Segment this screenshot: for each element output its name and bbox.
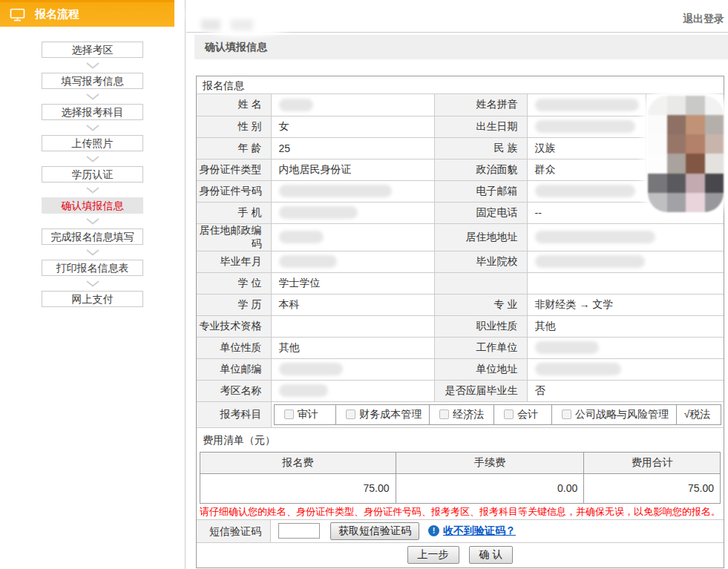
field-value	[527, 223, 724, 251]
fee-section-title: 费用清单（元）	[197, 428, 724, 452]
field-label: 姓名拼音	[434, 94, 527, 116]
redacted-value	[535, 341, 599, 354]
field-value	[271, 358, 434, 380]
field-value: 否	[527, 380, 724, 401]
form-actions: 上一步 确 认	[197, 543, 724, 564]
subjects-label: 报考科目	[197, 401, 271, 427]
info-row: 身份证件类型内地居民身份证政治面貌群众	[197, 159, 724, 180]
sidebar-step-5: 学历认证	[42, 166, 143, 182]
applicant-photo-mosaic	[648, 96, 724, 212]
field-value	[271, 251, 434, 272]
sidebar-step-8: 打印报名信息表	[42, 260, 143, 276]
field-value: 汉族	[527, 137, 646, 159]
sms-row: 短信验证码 获取短信验证码 ! 收不到验证码？	[197, 520, 724, 543]
field-value: 25	[271, 137, 434, 159]
checkbox-icon	[504, 410, 514, 419]
app-window: 报名流程 选择考区填写报考信息选择报考科目上传照片学历认证确认填报信息完成报名信…	[0, 0, 728, 569]
field-label: 专 业	[434, 294, 527, 315]
field-value: 学士学位	[271, 272, 434, 294]
redacted-site-logo	[186, 0, 304, 37]
info-row: 考区名称是否应届毕业生否	[197, 380, 724, 401]
info-row: 姓 名姓名拼音	[197, 94, 724, 116]
field-label: 居住地地址	[434, 223, 527, 251]
get-sms-code-button[interactable]: 获取短信验证码	[330, 522, 419, 540]
field-value	[271, 94, 434, 116]
redacted-value	[535, 185, 635, 197]
chevron-down-icon	[86, 182, 99, 197]
main-content: 退出登录 确认填报信息 报名信息 姓 名姓名拼音性 别女出生日期年 龄25民 族…	[186, 0, 728, 569]
redacted-value	[279, 384, 328, 397]
field-value: 群众	[527, 159, 646, 180]
fee-column-header: 手续费	[396, 452, 584, 473]
info-icon: !	[428, 525, 439, 536]
sidebar: 报名流程 选择考区填写报考信息选择报考科目上传照片学历认证确认填报信息完成报名信…	[0, 0, 186, 569]
field-value	[527, 94, 646, 116]
logout-link[interactable]: 退出登录	[683, 13, 724, 26]
fee-column-header: 报名费	[200, 452, 396, 473]
field-label: 身份证件号码	[197, 180, 271, 202]
topbar: 退出登录	[186, 0, 728, 33]
field-value	[271, 315, 434, 337]
field-value	[527, 116, 646, 137]
previous-step-button[interactable]: 上一步	[407, 546, 459, 564]
field-label: 单位邮编	[197, 358, 271, 380]
redacted-value	[279, 185, 392, 197]
sidebar-steps: 选择考区填写报考信息选择报考科目上传照片学历认证确认填报信息完成报名信息填写打印…	[0, 27, 185, 307]
sidebar-step-9: 网上支付	[42, 291, 143, 307]
field-value: 非财经类 → 文学	[527, 294, 724, 315]
field-value	[527, 251, 724, 272]
redacted-value	[535, 231, 655, 243]
field-value	[271, 202, 434, 223]
sms-help-link[interactable]: 收不到验证码？	[443, 524, 516, 538]
chevron-down-icon	[86, 214, 99, 228]
field-label	[434, 272, 527, 294]
fee-header-row: 报名费手续费费用合计	[200, 452, 721, 473]
info-table-body: 姓 名姓名拼音性 别女出生日期年 龄25民 族汉族身份证件类型内地居民身份证政治…	[197, 94, 724, 427]
info-row: 居住地邮政编码居住地地址	[197, 223, 724, 251]
sidebar-title: 报名流程	[35, 7, 79, 22]
field-label: 民 族	[434, 137, 527, 159]
field-value	[271, 223, 434, 251]
field-label: 职业性质	[434, 315, 527, 337]
page-title: 确认填报信息	[194, 35, 728, 59]
redacted-value	[279, 363, 343, 375]
subject-2: 财务成本管理	[335, 405, 429, 424]
field-value: 女	[271, 116, 434, 137]
subjects-cells: 审计财务成本管理经济法会计公司战略与风险管理√税法	[271, 401, 724, 427]
sms-code-input[interactable]	[278, 523, 320, 539]
checkbox-icon	[562, 410, 571, 419]
monitor-icon	[10, 8, 25, 22]
field-label: 姓 名	[197, 94, 271, 116]
fee-column-header: 费用合计	[584, 452, 721, 473]
field-label: 工作单位	[434, 337, 527, 358]
chevron-down-icon	[86, 276, 99, 291]
field-label: 性 别	[197, 116, 271, 137]
field-value	[271, 380, 434, 401]
confirm-button[interactable]: 确 认	[469, 546, 514, 564]
field-label: 学 位	[197, 272, 271, 294]
sidebar-step-6: 确认填报信息	[42, 197, 143, 214]
chevron-down-icon	[86, 245, 99, 260]
applicant-photo	[648, 96, 724, 212]
field-label: 居住地邮政编码	[197, 223, 271, 251]
field-label: 手 机	[197, 202, 271, 223]
sidebar-header: 报名流程	[0, 0, 174, 27]
field-label: 是否应届毕业生	[434, 380, 527, 401]
fee-value: 75.00	[200, 473, 396, 503]
sidebar-step-4: 上传照片	[42, 135, 143, 151]
subject-6: √税法	[676, 405, 721, 424]
field-label: 毕业年月	[197, 251, 271, 272]
field-label: 毕业院校	[434, 251, 527, 272]
chevron-down-icon	[86, 120, 99, 135]
subject-4: 会计	[493, 405, 551, 424]
field-label: 身份证件类型	[197, 159, 271, 180]
warning-text: 请仔细确认您的姓名、身份证件类型、身份证件号码、报考考区、报考科目等关键信息，并…	[197, 504, 724, 520]
field-label: 考区名称	[197, 380, 271, 401]
subject-5: 公司战略与风险管理	[551, 405, 676, 424]
checkbox-icon	[284, 410, 294, 419]
subjects-row: 报考科目审计财务成本管理经济法会计公司战略与风险管理√税法	[197, 401, 724, 427]
field-value	[271, 180, 434, 202]
fee-table: 报名费手续费费用合计 75.000.0075.00	[200, 452, 721, 504]
subject-1: 审计	[275, 405, 336, 424]
field-value: 内地居民身份证	[271, 159, 434, 180]
